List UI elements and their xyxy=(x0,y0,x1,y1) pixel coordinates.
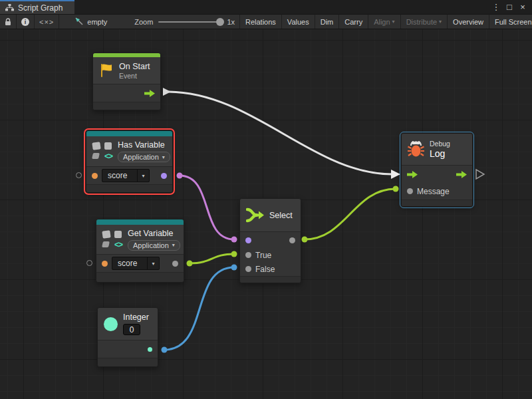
variable-color-strip xyxy=(86,131,172,136)
variable-name-dropdown[interactable]: score ▾ xyxy=(102,169,150,182)
variables-icon: <> xyxy=(92,142,112,160)
window-menu-icon[interactable]: ⋮ xyxy=(491,1,501,14)
selection-label: empty xyxy=(87,18,107,26)
true-input-port[interactable] xyxy=(245,252,251,258)
zoom-slider-handle[interactable] xyxy=(216,18,224,26)
variable-name-input-port[interactable] xyxy=(102,261,108,267)
node-title: Get Variable xyxy=(128,229,180,238)
integer-output-port[interactable] xyxy=(148,347,152,352)
zoom-value: 1x xyxy=(227,18,235,26)
zoom-slider[interactable] xyxy=(158,21,221,23)
zoom-control: Zoom 1x xyxy=(112,15,239,29)
window-controls: ⋮ □ × xyxy=(491,0,532,14)
values-button[interactable]: Values xyxy=(282,15,315,29)
flow-input-port[interactable] xyxy=(407,171,418,178)
graph-icon xyxy=(5,4,14,11)
node-title: On Start xyxy=(119,62,150,71)
overview-button[interactable]: Overview xyxy=(448,15,489,29)
flow-output-port[interactable] xyxy=(144,90,155,97)
lock-button[interactable] xyxy=(0,15,17,29)
full-screen-button[interactable]: Full Screen xyxy=(489,15,532,29)
integer-value-input[interactable]: 0 xyxy=(123,324,140,335)
flow-output-port[interactable] xyxy=(456,171,467,178)
variable-scope-dropdown[interactable]: Application ▾ xyxy=(128,240,180,251)
tab-title: Script Graph xyxy=(18,3,63,13)
unconnected-flow-triangle[interactable] xyxy=(476,170,484,179)
distribute-button[interactable]: Distribute ▾ xyxy=(401,15,448,29)
maximize-icon[interactable]: □ xyxy=(504,1,515,14)
variable-scope-dropdown[interactable]: Application ▾ xyxy=(118,152,170,162)
code-preview-button[interactable]: <×> xyxy=(35,15,59,29)
chevron-down-icon: ▾ xyxy=(162,154,165,160)
variable-name-input-port[interactable] xyxy=(92,173,98,179)
lock-icon xyxy=(5,18,11,26)
node-category: Debug xyxy=(430,140,450,148)
info-icon: i xyxy=(21,18,29,26)
code-icon: <×> xyxy=(39,18,54,26)
script-graph-window: Script Graph ⋮ □ × i <×> empty xyxy=(0,0,532,399)
wire-getvariable-to-select-true[interactable] xyxy=(190,254,234,263)
selection-output-port[interactable] xyxy=(289,237,295,243)
selection-status: empty xyxy=(59,15,112,29)
node-title: Select xyxy=(269,211,293,220)
variable-name-dropdown[interactable]: score ▾ xyxy=(112,257,160,270)
node-integer[interactable]: Integer 0 xyxy=(97,307,158,367)
tab-script-graph[interactable]: Script Graph xyxy=(0,0,74,14)
wire-hasvariable-to-select[interactable] xyxy=(180,176,234,239)
node-on-start[interactable]: On Start Event xyxy=(92,53,161,110)
node-title: Integer xyxy=(123,313,149,322)
chevron-down-icon: ▾ xyxy=(148,261,159,267)
wire-select-to-log-message[interactable] xyxy=(305,189,396,239)
graph-canvas[interactable]: On Start Event <> xyxy=(0,29,532,399)
select-icon xyxy=(246,207,264,223)
relations-button[interactable]: Relations xyxy=(240,15,282,29)
chevron-down-icon: ▾ xyxy=(392,19,395,25)
port-label: Message xyxy=(417,187,450,196)
node-title: Log xyxy=(430,148,450,159)
graph-toolbar: i <×> empty Zoom 1x Relations Values Dim… xyxy=(0,15,532,29)
node-debug-log[interactable]: Debug Log Message xyxy=(401,133,473,207)
variables-icon: <> xyxy=(102,231,122,249)
wire-end-arrow xyxy=(391,170,400,179)
bug-icon xyxy=(408,141,424,158)
false-input-port[interactable] xyxy=(245,266,251,272)
message-input-port[interactable] xyxy=(407,188,413,194)
port-label: True xyxy=(255,251,271,260)
unconnected-port-ring[interactable] xyxy=(86,260,92,266)
zoom-label: Zoom xyxy=(134,18,153,26)
port-label: False xyxy=(255,265,275,274)
chevron-down-icon: ▾ xyxy=(439,19,442,25)
node-select[interactable]: Select True False xyxy=(239,198,301,283)
inspect-button[interactable]: i xyxy=(17,15,35,29)
integer-icon xyxy=(104,317,118,331)
value-output-port[interactable] xyxy=(172,261,178,267)
wire-start-arrow xyxy=(163,88,171,96)
selection-cursor-icon xyxy=(75,17,84,26)
variable-color-strip xyxy=(96,219,184,225)
node-subtitle: Event xyxy=(119,72,150,80)
dim-button[interactable]: Dim xyxy=(315,15,340,29)
align-button[interactable]: Align ▾ xyxy=(368,15,400,29)
close-icon[interactable]: × xyxy=(517,1,528,14)
wire-flow-onstart-to-log[interactable] xyxy=(168,92,392,174)
carry-button[interactable]: Carry xyxy=(339,15,368,29)
node-has-variable[interactable]: <> Has Variable Application ▾ score ▾ xyxy=(86,130,173,193)
chevron-down-icon: ▾ xyxy=(138,173,149,179)
node-title: Has Variable xyxy=(118,140,170,150)
condition-input-port[interactable] xyxy=(245,237,251,243)
chevron-down-icon: ▾ xyxy=(172,242,175,248)
unconnected-port-ring[interactable] xyxy=(76,172,82,178)
tab-bar: Script Graph ⋮ □ × xyxy=(0,0,532,15)
node-get-variable[interactable]: <> Get Variable Application ▾ score ▾ xyxy=(96,219,184,283)
flag-icon xyxy=(99,63,114,78)
result-output-port[interactable] xyxy=(161,173,167,179)
